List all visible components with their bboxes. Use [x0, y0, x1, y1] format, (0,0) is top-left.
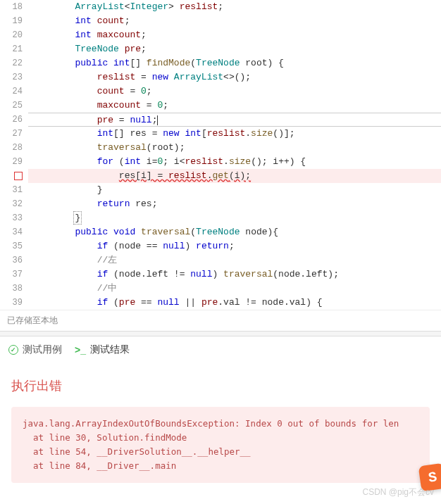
code-content[interactable]: traversal(root); [28, 141, 441, 155]
line-number: 32 [0, 197, 28, 211]
line-number: 36 [0, 253, 28, 267]
line-number: 34 [0, 225, 28, 239]
code-line[interactable]: 35 if (node == null) return; [0, 239, 441, 253]
line-number: 25 [0, 99, 28, 113]
code-content[interactable]: res[i] = reslist.get(i); [28, 169, 441, 183]
error-panel: 执行出错 java.lang.ArrayIndexOutOfBoundsExce… [0, 363, 441, 497]
result-tabs: ✓ 测试用例 >_ 测试结果 [0, 336, 441, 363]
line-number: 37 [0, 267, 28, 282]
text-cursor [157, 115, 158, 125]
code-line[interactable]: 29 for (int i=0; i<reslist.size(); i++) … [0, 155, 441, 169]
code-line[interactable]: 34 public void traversal(TreeNode node){ [0, 225, 441, 239]
code-content[interactable]: return res; [28, 197, 441, 211]
code-content[interactable]: if (node.left != null) traversal(node.le… [28, 267, 441, 282]
code-line[interactable]: 20 int maxcount; [0, 28, 441, 42]
code-content[interactable]: ArrayList<Integer> reslist; [28, 0, 441, 14]
code-content[interactable]: pre = null; [28, 113, 441, 127]
line-number: 20 [0, 28, 28, 42]
code-content[interactable]: public int[] findMode(TreeNode root) { [28, 56, 441, 70]
code-line[interactable]: 25 maxcount = 0; [0, 99, 441, 113]
line-number: 19 [0, 14, 28, 28]
line-number: 29 [0, 155, 28, 169]
tab-testcase[interactable]: ✓ 测试用例 [8, 344, 62, 356]
code-content[interactable]: for (int i=0; i<reslist.size(); i++) { [28, 155, 441, 169]
code-line[interactable]: 27 int[] res = new int[reslist.size()]; [0, 127, 441, 141]
line-number: 23 [0, 70, 28, 84]
code-line[interactable]: 36 //左 [0, 253, 441, 267]
line-number: 18 [0, 0, 28, 14]
code-content[interactable]: int count; [28, 14, 441, 28]
code-content[interactable]: } [28, 183, 441, 197]
code-content[interactable]: maxcount = 0; [28, 99, 441, 113]
line-number: 31 [0, 183, 28, 197]
terminal-icon: >_ [75, 344, 86, 355]
code-line[interactable]: 21 TreeNode pre; [0, 42, 441, 56]
code-line[interactable]: 38 //中 [0, 282, 441, 296]
code-content[interactable]: TreeNode pre; [28, 42, 441, 56]
line-number: 27 [0, 127, 28, 141]
code-line[interactable]: 26 pre = null; [0, 113, 441, 127]
code-line[interactable]: 22 public int[] findMode(TreeNode root) … [0, 56, 441, 70]
code-line[interactable]: 19 int count; [0, 14, 441, 28]
code-content[interactable]: count = 0; [28, 84, 441, 99]
check-icon: ✓ [8, 345, 18, 355]
panel-divider[interactable] [0, 331, 441, 336]
error-trace: java.lang.ArrayIndexOutOfBoundsException… [11, 407, 430, 483]
code-content[interactable]: int[] res = new int[reslist.size()]; [28, 127, 441, 141]
line-number: 21 [0, 42, 28, 56]
line-number: 28 [0, 141, 28, 155]
error-title: 执行出错 [11, 377, 430, 394]
code-content[interactable]: int maxcount; [28, 28, 441, 42]
code-line[interactable]: 31 } [0, 183, 441, 197]
saved-status: 已存储至本地 [0, 310, 441, 331]
code-line[interactable]: 28 traversal(root); [0, 141, 441, 155]
code-content[interactable]: reslist = new ArrayList<>(); [28, 70, 441, 84]
code-line[interactable]: 33 } [0, 211, 441, 225]
line-number: 39 [0, 296, 28, 310]
line-number: 33 [0, 211, 28, 225]
line-number: 24 [0, 84, 28, 99]
line-number: 26 [0, 113, 28, 127]
code-line[interactable]: 32 return res; [0, 197, 441, 211]
code-content[interactable]: if (node == null) return; [28, 239, 441, 253]
code-line[interactable]: res[i] = reslist.get(i); [0, 169, 441, 183]
code-content[interactable]: //左 [28, 253, 441, 267]
line-number: 38 [0, 282, 28, 296]
code-line[interactable]: 24 count = 0; [0, 84, 441, 99]
tab-result-label: 测试结果 [90, 344, 130, 356]
code-line[interactable]: 39 if (pre == null || pre.val != node.va… [0, 296, 441, 310]
line-number: 35 [0, 239, 28, 253]
line-number [0, 169, 28, 183]
error-marker-icon [14, 172, 23, 180]
code-content[interactable]: public void traversal(TreeNode node){ [28, 225, 441, 239]
tab-result[interactable]: >_ 测试结果 [75, 344, 130, 356]
code-content[interactable]: } [28, 211, 441, 225]
watermark-text: CSDN @pig不会cv [362, 486, 434, 498]
code-line[interactable]: 37 if (node.left != null) traversal(node… [0, 267, 441, 282]
code-content[interactable]: //中 [28, 282, 441, 296]
code-line[interactable]: 18 ArrayList<Integer> reslist; [0, 0, 441, 14]
tab-testcase-label: 测试用例 [23, 344, 62, 356]
line-number: 22 [0, 56, 28, 70]
code-editor[interactable]: 18 ArrayList<Integer> reslist;19 int cou… [0, 0, 441, 310]
code-content[interactable]: if (pre == null || pre.val != node.val) … [28, 296, 441, 310]
code-line[interactable]: 23 reslist = new ArrayList<>(); [0, 70, 441, 84]
